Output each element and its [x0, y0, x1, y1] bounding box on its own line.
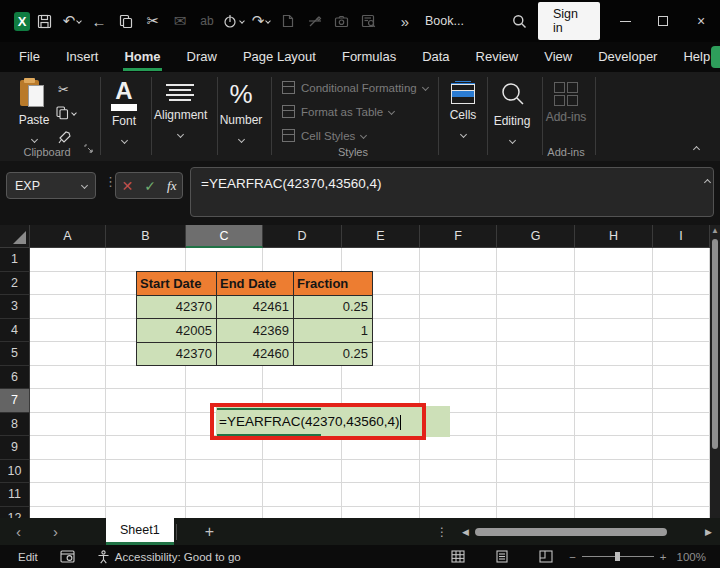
next-sheet-icon[interactable]: ›: [53, 523, 58, 540]
column-header-C[interactable]: C: [186, 225, 263, 248]
row-header-6[interactable]: 6: [0, 366, 30, 390]
alignment-group-button[interactable]: Alignment: [154, 80, 206, 143]
cell-D3[interactable]: 1: [294, 319, 373, 343]
horizontal-scroll-thumb[interactable]: [475, 528, 667, 536]
column-header-E[interactable]: E: [342, 225, 420, 248]
column-header-B[interactable]: B: [106, 225, 186, 248]
row-header-9[interactable]: 9: [0, 436, 30, 460]
macro-recording-button[interactable]: [60, 550, 75, 563]
toolbar-overflow-icon[interactable]: »: [393, 9, 417, 33]
cell-B4[interactable]: 42370: [137, 343, 217, 367]
redo-icon[interactable]: ↷: [249, 9, 273, 33]
save-icon[interactable]: [33, 9, 57, 33]
editing-group-button[interactable]: Editing: [486, 78, 538, 149]
tab-view[interactable]: View: [543, 44, 573, 71]
tab-developer[interactable]: Developer: [597, 44, 658, 71]
name-box-dropdown-icon[interactable]: [81, 182, 88, 189]
cell-C4[interactable]: 42460: [217, 343, 294, 367]
select-all-button[interactable]: [0, 225, 30, 248]
cell-B3[interactable]: 42005: [137, 319, 217, 343]
column-header-I[interactable]: I: [653, 225, 710, 248]
row-header-7[interactable]: 7: [0, 389, 30, 413]
scroll-up-icon[interactable]: ▲: [710, 225, 720, 237]
scroll-right-icon[interactable]: ▶: [705, 527, 712, 537]
column-header-D[interactable]: D: [263, 225, 342, 248]
zoom-slider-thumb[interactable]: [615, 552, 620, 561]
collapse-formula-bar-icon[interactable]: [705, 173, 710, 191]
zoom-out-icon[interactable]: −: [569, 551, 576, 563]
paste-button[interactable]: Paste: [8, 78, 60, 148]
search-icon[interactable]: [508, 9, 532, 33]
row-header-12[interactable]: 12: [0, 507, 30, 519]
cell-B1[interactable]: Start Date: [137, 272, 217, 296]
tab-insert[interactable]: Insert: [65, 44, 100, 71]
confirm-entry-icon[interactable]: ✓: [144, 178, 156, 194]
row-header-4[interactable]: 4: [0, 319, 30, 343]
back-arrow-icon[interactable]: ←: [87, 9, 111, 33]
cut-button[interactable]: ✂: [58, 82, 69, 97]
cells-area[interactable]: Start Date End Date Fraction 42370 42461…: [30, 248, 710, 518]
cut-icon[interactable]: ✂: [141, 9, 165, 33]
column-header-A[interactable]: A: [30, 225, 106, 248]
page-layout-view-icon[interactable]: [495, 550, 509, 563]
cancel-entry-icon[interactable]: ✕: [122, 178, 134, 194]
column-header-H[interactable]: H: [575, 225, 653, 248]
cell-D4[interactable]: 0.25: [294, 343, 373, 367]
clipboard-dialog-launcher[interactable]: [84, 144, 93, 153]
share-button[interactable]: Share: [711, 46, 720, 68]
name-box[interactable]: EXP: [6, 172, 96, 199]
format-as-table-button[interactable]: Format as Table: [282, 105, 394, 118]
cells-group-button[interactable]: Cells: [437, 78, 489, 143]
cell-C3[interactable]: 42369: [217, 319, 294, 343]
column-header-F[interactable]: F: [420, 225, 497, 248]
tab-data[interactable]: Data: [421, 44, 450, 71]
tab-review[interactable]: Review: [475, 44, 520, 71]
insert-function-icon[interactable]: fx: [167, 178, 176, 194]
tab-formulas[interactable]: Formulas: [341, 44, 397, 71]
zoom-slider[interactable]: [582, 556, 654, 557]
tab-file[interactable]: File: [18, 44, 41, 71]
row-header-11[interactable]: 11: [0, 483, 30, 507]
vertical-scrollbar[interactable]: ▲: [710, 225, 720, 518]
copy-button[interactable]: [56, 106, 76, 120]
tab-page-layout[interactable]: Page Layout: [242, 44, 317, 71]
vertical-scroll-thumb[interactable]: [712, 239, 718, 449]
add-sheet-button[interactable]: +: [205, 523, 214, 541]
scroll-left-icon[interactable]: ◀: [462, 527, 469, 537]
accessibility-status[interactable]: Accessibility: Good to go: [97, 550, 241, 564]
cell-styles-button[interactable]: Cell Styles: [282, 129, 366, 142]
format-painter-button[interactable]: [58, 130, 72, 144]
cell-B2[interactable]: 42370: [137, 296, 217, 320]
collapse-ribbon-button[interactable]: [694, 140, 699, 158]
tab-draw[interactable]: Draw: [186, 44, 218, 71]
undo-icon[interactable]: ↶: [60, 9, 84, 33]
row-header-10[interactable]: 10: [0, 460, 30, 484]
row-header-8[interactable]: 8: [0, 413, 30, 437]
sheet-tab-sheet1[interactable]: Sheet1: [106, 518, 174, 545]
minimize-button[interactable]: [606, 0, 644, 42]
cell-D2[interactable]: 0.25: [294, 296, 373, 320]
row-header-2[interactable]: 2: [0, 272, 30, 296]
tab-home[interactable]: Home: [123, 44, 161, 71]
number-group-button[interactable]: % Number: [215, 78, 267, 148]
cell-C2[interactable]: 42461: [217, 296, 294, 320]
conditional-formatting-button[interactable]: Conditional Formatting: [282, 81, 428, 94]
tab-help[interactable]: Help: [682, 44, 711, 71]
prev-sheet-icon[interactable]: ‹: [16, 523, 21, 540]
row-header-3[interactable]: 3: [0, 295, 30, 319]
row-header-5[interactable]: 5: [0, 342, 30, 366]
sign-in-button[interactable]: Sign in: [538, 2, 600, 40]
formula-input[interactable]: =YEARFRAC(42370,43560,4): [190, 167, 714, 217]
close-button[interactable]: ×: [682, 0, 720, 42]
page-break-preview-icon[interactable]: [539, 550, 553, 563]
column-header-G[interactable]: G: [497, 225, 575, 248]
touch-mode-icon[interactable]: [222, 9, 246, 33]
maximize-button[interactable]: [644, 0, 682, 42]
row-header-1[interactable]: 1: [0, 248, 30, 272]
horizontal-scrollbar[interactable]: ◀ ▶: [462, 527, 712, 537]
zoom-in-icon[interactable]: +: [660, 551, 667, 563]
copy-icon[interactable]: [114, 9, 138, 33]
normal-view-icon[interactable]: [451, 550, 465, 563]
cell-C1[interactable]: End Date: [217, 272, 294, 296]
zoom-percentage[interactable]: 100%: [677, 551, 706, 563]
